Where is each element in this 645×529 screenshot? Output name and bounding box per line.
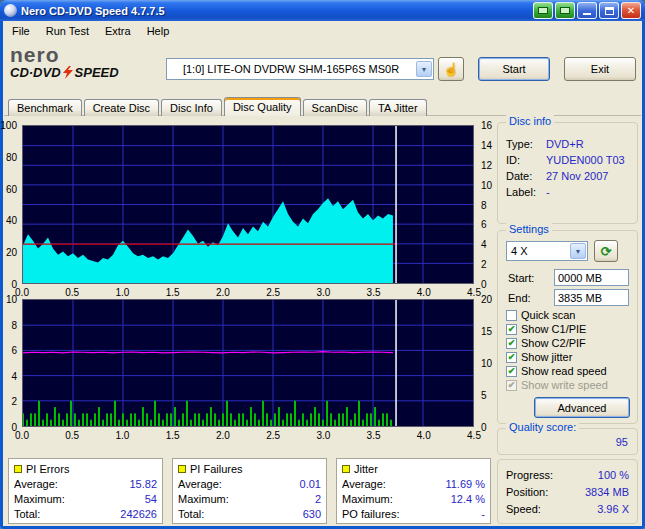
checkbox-show-read-speed[interactable]: ✔Show read speed	[506, 364, 633, 378]
disc-info-row: Type:DVD+R	[498, 136, 637, 152]
menu-item-extra[interactable]: Extra	[97, 23, 139, 39]
flame-icon	[63, 66, 73, 79]
stat-row: Total:242626	[14, 506, 157, 521]
speed-selector[interactable]: 4 X ▼	[506, 241, 588, 261]
axis-tick: 10	[6, 295, 17, 305]
disc-info-rows: Type:DVD+RID:YUDEN000 T03Date:27 Nov 200…	[498, 123, 637, 200]
titlebar-buttons: ✕	[533, 2, 641, 19]
top-right-axis: 1614121086420	[478, 126, 494, 285]
axis-tick: 2.0	[216, 430, 230, 441]
tab-create-disc[interactable]: Create Disc	[84, 99, 159, 116]
end-field[interactable]: 3835 MB	[554, 289, 629, 306]
stat-row: Maximum:54	[14, 491, 157, 506]
axis-tick: 5	[481, 391, 487, 401]
quality-score-label: Quality score:	[506, 421, 579, 433]
checkbox-box[interactable]	[506, 310, 517, 321]
axis-tick: 4.5	[467, 287, 481, 298]
axis-tick: 4	[481, 240, 487, 250]
checkbox-quick-scan[interactable]: Quick scan	[506, 308, 633, 322]
menu-item-file[interactable]: File	[4, 23, 38, 39]
disc-info-row: Label:-	[498, 184, 637, 200]
settings-title: Settings	[506, 223, 552, 235]
disc-info-group: Disc info Type:DVD+RID:YUDEN000 T03Date:…	[497, 122, 638, 224]
axis-tick: 0	[481, 280, 487, 290]
axis-tick: 2.5	[266, 287, 280, 298]
minimize-button[interactable]	[577, 2, 597, 19]
hand-pointer-button[interactable]: ☝	[438, 57, 464, 81]
stat-row: PO failures:-	[342, 506, 485, 521]
axis-tick: 16	[481, 121, 492, 131]
start-button[interactable]: Start	[478, 57, 550, 81]
maximize-button[interactable]	[599, 2, 619, 19]
axis-tick: 0	[481, 423, 487, 433]
checkbox-box[interactable]: ✔	[506, 324, 517, 335]
progress-row: Progress:100 %	[506, 469, 629, 486]
pi-errors-plot	[22, 125, 474, 284]
titlebar-green-button-1[interactable]	[533, 2, 553, 19]
legend-swatch	[14, 465, 22, 473]
stat-row: Average:11.69 %	[342, 476, 485, 491]
tab-bar: BenchmarkCreate DiscDisc InfoDisc Qualit…	[8, 97, 429, 116]
start-field[interactable]: 0000 MB	[554, 269, 629, 286]
axis-tick: 0.5	[65, 287, 79, 298]
maximize-icon	[605, 7, 614, 15]
menu-bar: FileRun TestExtraHelp	[4, 21, 641, 40]
chevron-down-icon[interactable]: ▼	[570, 243, 586, 259]
legend-swatch	[178, 465, 186, 473]
checkbox-show-write-speed[interactable]: ✔Show write speed	[506, 378, 633, 392]
chevron-down-icon[interactable]: ▼	[416, 61, 432, 77]
logo-text-cddvd: CD·DVD	[10, 65, 61, 80]
tab-benchmark[interactable]: Benchmark	[8, 99, 82, 116]
checkbox-box[interactable]: ✔	[506, 380, 517, 391]
disc-info-row: Date:27 Nov 2007	[498, 168, 637, 184]
axis-tick: 2.0	[216, 287, 230, 298]
checkbox-show-jitter[interactable]: ✔Show jitter	[506, 350, 633, 364]
exit-button[interactable]: Exit	[564, 57, 636, 81]
stat-panel-title: PI Failures	[190, 463, 243, 475]
logo-text-speed: SPEED	[75, 65, 119, 80]
progress-row: Position:3834 MB	[506, 486, 629, 503]
settings-checkboxes: Quick scan✔Show C1/PIE✔Show C2/PIF✔Show …	[506, 308, 633, 392]
axis-tick: 2	[11, 397, 17, 407]
stats-panel-jitter: JitterAverage:11.69 %Maximum:12.4 %PO fa…	[336, 458, 491, 524]
checkbox-box[interactable]: ✔	[506, 338, 517, 349]
checkbox-show-c2-pif[interactable]: ✔Show C2/PIF	[506, 336, 633, 350]
advanced-button[interactable]: Advanced	[534, 397, 630, 418]
stats-panels: PI ErrorsAverage:15.82Maximum:54Total:24…	[8, 458, 491, 524]
drive-selector[interactable]: [1:0] LITE-ON DVDRW SHM-165P6S MS0R ▼	[166, 58, 434, 80]
axis-tick: 100	[0, 121, 17, 131]
titlebar: Nero CD-DVD Speed 4.7.7.5 ✕	[0, 0, 645, 21]
checkbox-box[interactable]: ✔	[506, 366, 517, 377]
checkbox-show-c1-pie[interactable]: ✔Show C1/PIE	[506, 322, 633, 336]
checkbox-box[interactable]: ✔	[506, 352, 517, 363]
tab-disc-quality[interactable]: Disc Quality	[224, 97, 301, 116]
speed-selector-value: 4 X	[507, 245, 569, 257]
axis-tick: 3.5	[367, 430, 381, 441]
stat-panel-title: PI Errors	[26, 463, 69, 475]
close-button[interactable]: ✕	[621, 2, 641, 19]
axis-tick: 4.0	[417, 430, 431, 441]
top-left-axis: 100806040200	[0, 126, 20, 285]
axis-tick: 6	[481, 220, 487, 230]
axis-tick: 6	[11, 346, 17, 356]
refresh-icon: ⟳	[601, 244, 612, 259]
hand-pointer-icon: ☝	[443, 62, 459, 77]
refresh-button[interactable]: ⟳	[594, 240, 618, 262]
menu-item-help[interactable]: Help	[139, 23, 178, 39]
stats-panel-pi-failures: PI FailuresAverage:0.01Maximum:2Total:63…	[172, 458, 327, 524]
axis-tick: 10	[481, 359, 492, 369]
axis-tick: 14	[481, 141, 492, 151]
monitor-icon	[560, 7, 570, 14]
progress-group: Progress:100 %Position:3834 MBSpeed:3.96…	[497, 459, 638, 524]
tab-scandisc[interactable]: ScanDisc	[303, 99, 367, 116]
tab-disc-info[interactable]: Disc Info	[161, 99, 222, 116]
app-icon	[4, 4, 17, 17]
bottom-x-axis: 0.00.51.01.52.02.53.03.54.04.5	[22, 430, 474, 441]
titlebar-green-button-2[interactable]	[555, 2, 575, 19]
axis-tick: 1.5	[166, 430, 180, 441]
axis-tick: 4.0	[417, 287, 431, 298]
menu-item-run-test[interactable]: Run Test	[38, 23, 97, 39]
stat-panel-title: Jitter	[354, 463, 378, 475]
logo-text-nero: nero	[10, 45, 162, 65]
tab-ta-jitter[interactable]: TA Jitter	[369, 99, 427, 116]
